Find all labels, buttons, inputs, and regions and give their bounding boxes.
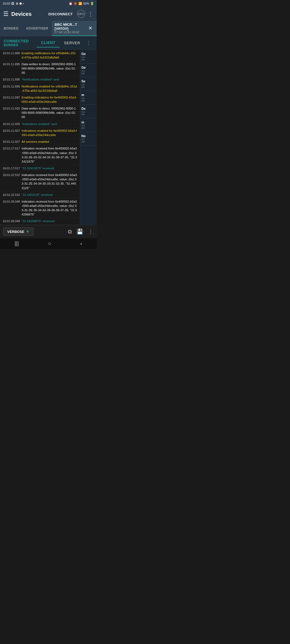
side-panel-item[interactable]: m UU PR [80, 118, 97, 132]
log-time: 16:01:11.895 [3, 77, 20, 82]
log-entry: 16:01:11.868Enabling notifications for e… [0, 50, 80, 61]
log-time: 16:01:17.017 [3, 146, 20, 151]
recent-apps-button[interactable]: ||| [10, 238, 23, 249]
log-entry: 16:01:11.927Indications enabled for 6e40… [0, 127, 80, 138]
log-entry: 16:01:22.532Indication received from 6e4… [0, 172, 80, 191]
log-time: 16:01:11.927 [3, 129, 20, 133]
side-item-sub1: UU [81, 69, 96, 72]
log-message: Indications enabled for 6e400002-b5a3-f3… [21, 129, 77, 137]
tab-bonded[interactable]: BONDED [0, 24, 22, 33]
side-panel-item[interactable]: Ge UU PR [80, 50, 97, 64]
log-message: All services enabled [21, 140, 77, 144]
device-tabs-row: BONDED ADVERTISER BBC MICR...T [VATOV] F… [0, 21, 97, 36]
mute-icon: 🔕 [74, 2, 77, 5]
log-message: "31.54296875" received [21, 219, 77, 223]
log-time: 16:01:11.927 [3, 140, 20, 144]
copy-icon[interactable]: ⧉ [68, 229, 72, 235]
bonded-label: BONDED [4, 43, 29, 47]
side-panel: Ge UU PR Ge UU PR Se UU PR m UU PR De UU… [80, 50, 97, 225]
log-message: "Notifications enabled" sent [21, 77, 77, 82]
side-panel-item[interactable]: Ge UU PR [80, 64, 97, 77]
log-time: 16:01:11.925 [3, 106, 20, 111]
side-item-sub2: PR [81, 72, 96, 75]
side-item-sub1: UU [81, 138, 96, 141]
side-item-sub2: PR [81, 141, 96, 143]
more-options-icon[interactable]: ⋮ [88, 228, 93, 235]
app-title: Devices [11, 11, 44, 17]
log-entry: 16:01:17.017Indication received from 6e4… [0, 145, 80, 165]
log-message: Notifications enabled for e95db84c-251d-… [21, 84, 77, 93]
log-message: Indication received from 6e400002-b5a3-f… [21, 173, 77, 190]
dropdown-arrow-icon: ▼ [26, 229, 30, 234]
side-item-sub2: PR [81, 58, 96, 61]
log-message: "Indications enabled" sent [21, 122, 77, 126]
verbose-dropdown[interactable]: VERBOSE ▼ [3, 228, 34, 236]
log-time: 16:01:11.895 [3, 62, 20, 66]
dot-icon: • [23, 2, 24, 5]
log-time: 16:01:22.532 [3, 193, 20, 197]
side-panel-item[interactable]: Se UU PR [80, 77, 97, 91]
battery-level: 63% [83, 2, 89, 5]
side-item-sub2: PR [81, 86, 96, 89]
disconnect-button[interactable]: DISCONNECT [47, 11, 74, 17]
side-item-sub2: PR [81, 127, 96, 130]
save-icon[interactable]: 💾 [77, 228, 83, 235]
log-time: 16:01:28.048 [3, 199, 20, 204]
tab-device-active[interactable]: BBC MICR...T [VATOV] F7:AF:15:B1:09:8C ✕ [52, 21, 97, 36]
side-item-sub1: UU [81, 56, 96, 58]
side-panel-item[interactable]: m UU PR [80, 91, 97, 105]
log-entry: 16:01:11.895Data written to descr. 00002… [0, 61, 80, 76]
side-panel-item[interactable]: De UU PR [80, 105, 97, 118]
side-item-label: De [81, 107, 96, 111]
connected-label: CONNECTED [4, 39, 29, 43]
tab-client[interactable]: CLIENT [37, 38, 60, 47]
overflow-menu-button[interactable]: ⋮ [88, 11, 93, 17]
side-item-sub2: PR [81, 113, 96, 116]
status-right: ⏰ 🔕 📶 63% 🔋 [69, 2, 94, 5]
verbose-label: VERBOSE [7, 230, 24, 234]
bottom-icons-group: ⧉ 💾 ⋮ [36, 228, 93, 235]
log-entry: 16:01:11.925Data written to descr. 00002… [0, 105, 80, 120]
log-message: "31.4453125" received [21, 193, 77, 197]
log-entry: 16:01:11.927All services enabled [0, 138, 80, 145]
role-tabs: CLIENT SERVER ⋮ [32, 38, 97, 48]
bottom-bar: VERBOSE ▼ ⧉ 💾 ⋮ [0, 225, 97, 238]
log-time: 16:01:28.048 [3, 219, 20, 223]
back-button[interactable]: ‹ [76, 238, 86, 249]
home-button[interactable]: ○ [44, 238, 55, 249]
device-info: BBC MICR...T [VATOV] F7:AF:15:B1:09:8C [55, 23, 87, 34]
log-entry: 16:01:11.925"Indications enabled" sent [0, 121, 80, 127]
device-mac: F7:AF:15:B1:09:8C [55, 31, 87, 34]
side-item-label: m [81, 120, 96, 124]
log-message: "32.32421875" received [21, 166, 77, 170]
dfu-button[interactable]: DFU [77, 10, 85, 18]
log-entry: 16:01:28.048"31.54296875" received [0, 218, 80, 225]
side-item-label: Ge [81, 66, 96, 69]
tab-server[interactable]: SERVER [60, 39, 84, 47]
log-entry: 16:01:11.895"Notifications enabled" sent [0, 76, 80, 83]
side-panel-item[interactable]: No UU PR [80, 132, 97, 146]
log-message: Indication received from 6e400002-b5a3-f… [21, 146, 77, 163]
log-time: 16:01:11.896 [3, 84, 20, 89]
side-item-sub1: UU [81, 83, 96, 86]
main-content: 16:01:11.868Enabling notifications for e… [0, 50, 97, 225]
monitor-icon: 🖥 [15, 2, 18, 5]
side-item-sub1: UU [81, 124, 96, 127]
side-item-sub2: PR [81, 100, 96, 102]
log-message: Data written to descr. 00002902-0000-100… [21, 62, 77, 75]
tab-overflow-button[interactable]: ⋮ [85, 38, 93, 48]
tab-advertiser[interactable]: ADVERTISER [22, 24, 52, 33]
log-column: 16:01:11.868Enabling notifications for e… [0, 50, 80, 225]
log-time: 16:01:22.532 [3, 173, 20, 177]
status-left: 16:03 🖼 🖥 ⬢ • [3, 2, 24, 5]
side-item-label: m [81, 93, 96, 97]
side-item-sub1: UU [81, 111, 96, 113]
dfu-label: DFU [78, 12, 84, 16]
close-device-button[interactable]: ✕ [87, 25, 94, 32]
hamburger-menu[interactable]: ☰ [3, 10, 9, 17]
alarm-icon: ⏰ [69, 2, 73, 5]
log-entry: 16:01:11.896Notifications enabled for e9… [0, 83, 80, 94]
side-item-label: Ge [81, 52, 96, 56]
navigation-bar: ||| ○ ‹ [0, 238, 97, 249]
log-entry: 16:01:11.897Enabling indications for 6e4… [0, 94, 80, 105]
